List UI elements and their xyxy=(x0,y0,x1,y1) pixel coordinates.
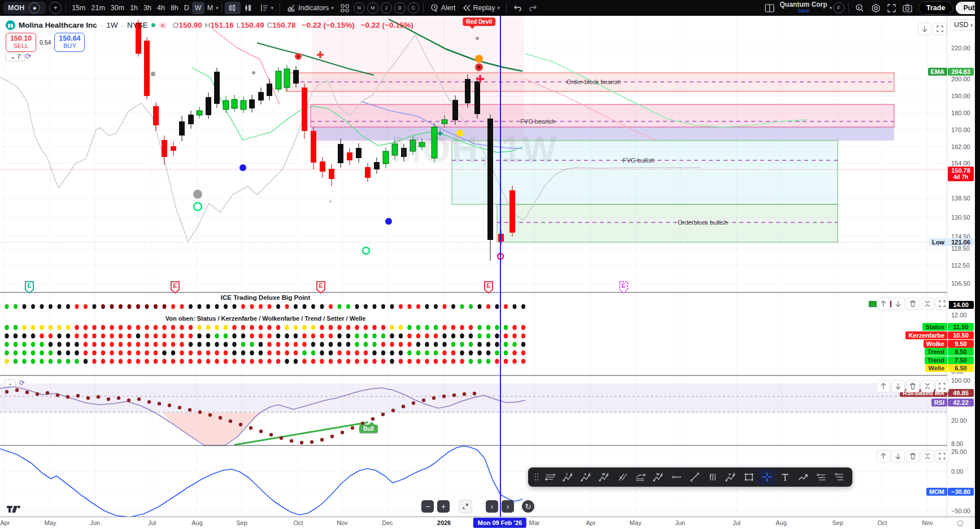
zoom-out-button[interactable]: − xyxy=(421,500,434,513)
timeframe-M[interactable]: M xyxy=(204,2,216,14)
move-pane-up-button[interactable] xyxy=(877,450,890,462)
trade-button[interactable]: Trade xyxy=(918,1,953,15)
candle[interactable] xyxy=(206,97,211,115)
long-position-tool[interactable] xyxy=(813,469,830,485)
time-label-Jul[interactable]: Jul xyxy=(733,519,741,526)
rsi-sync-icon[interactable]: ⟳ xyxy=(19,379,25,387)
object-tree-chip[interactable]: ⌄ 7 xyxy=(6,52,25,62)
delete-pane-button[interactable] xyxy=(906,450,920,462)
symbol-title[interactable]: Molina Healthcare Inc xyxy=(19,21,97,29)
restore-pane-button[interactable] xyxy=(933,23,947,35)
timeframe-15m[interactable]: 15m xyxy=(69,2,88,14)
layout-letter-N[interactable]: N xyxy=(354,2,365,14)
earnings-badge[interactable]: E xyxy=(619,281,629,296)
crosshair-tool[interactable] xyxy=(759,469,776,485)
candle[interactable] xyxy=(188,115,194,124)
indicators-button[interactable]: Indicators ▾ xyxy=(283,2,337,14)
scroll-to-recent-button[interactable] xyxy=(918,23,931,35)
earnings-badge[interactable]: E xyxy=(484,281,494,296)
time-label-Nov[interactable]: Nov xyxy=(922,519,933,526)
time-label-Aug[interactable]: Aug xyxy=(191,519,203,526)
collapse-pane-button[interactable] xyxy=(921,450,934,462)
sell-button[interactable]: 150.10 SELL xyxy=(6,33,36,52)
move-pane-up-button[interactable] xyxy=(877,298,890,310)
candle[interactable] xyxy=(144,41,150,96)
arrow-marker-tool[interactable] xyxy=(795,469,812,485)
candle[interactable] xyxy=(293,70,299,84)
text-tool-tool[interactable] xyxy=(777,469,794,485)
candle[interactable] xyxy=(171,146,176,151)
drag-handle[interactable] xyxy=(533,469,541,485)
candle[interactable] xyxy=(249,99,255,108)
undo-button[interactable] xyxy=(509,2,525,14)
screenshot-button[interactable] xyxy=(899,2,916,14)
chart-canvas[interactable] xyxy=(0,16,980,517)
timeframe-8h[interactable]: 8h xyxy=(168,2,181,14)
earnings-badge[interactable]: E xyxy=(170,281,180,296)
candle[interactable] xyxy=(311,131,316,163)
candle[interactable] xyxy=(452,100,458,120)
candle[interactable] xyxy=(465,79,471,103)
symbol-flag-icon[interactable]: ◆ xyxy=(29,2,40,14)
candle[interactable] xyxy=(509,190,515,233)
chart-style-candles-button[interactable] xyxy=(225,2,241,14)
delayed-data-icon[interactable]: ≈ xyxy=(159,22,167,29)
zoom-in-button[interactable]: + xyxy=(437,500,450,513)
settings-button[interactable] xyxy=(868,2,884,14)
move-pane-down-button[interactable] xyxy=(891,450,905,462)
timeframe-W[interactable]: W xyxy=(192,2,204,14)
red-devil-label[interactable]: Red Devil xyxy=(463,18,495,26)
parallel-channel-tool[interactable] xyxy=(542,469,559,485)
time-label-May[interactable]: May xyxy=(630,519,642,526)
time-label-Mar[interactable]: Mar xyxy=(529,519,540,526)
move-pane-down-button[interactable] xyxy=(891,298,905,310)
earnings-badge[interactable]: E xyxy=(24,281,34,296)
currency-selector[interactable]: USD ▾ xyxy=(950,19,977,30)
timeframe-1h[interactable]: 1h xyxy=(127,2,141,14)
replay-button[interactable]: Replay ▾ xyxy=(459,2,503,14)
timeframe-4h[interactable]: 4h xyxy=(154,2,168,14)
delete-pane-button[interactable] xyxy=(906,380,920,392)
collapse-pane-button[interactable] xyxy=(921,380,934,392)
candle[interactable] xyxy=(214,72,220,104)
collapsed-sidebar-strip[interactable] xyxy=(975,0,980,529)
flat-pattern-tool[interactable] xyxy=(632,469,649,485)
alert-button[interactable]: Alert xyxy=(426,2,459,14)
vertical-lines-tool[interactable] xyxy=(704,469,721,485)
short-position-tool[interactable] xyxy=(831,469,848,485)
time-label-Oct[interactable]: Oct xyxy=(877,519,887,526)
elliott-triple-combo-tool[interactable]: WZ xyxy=(650,469,667,485)
xabcd-pattern-tool[interactable]: AE xyxy=(722,469,739,485)
time-label-Sep[interactable]: Sep xyxy=(832,519,843,526)
symbol-interval[interactable]: 1W xyxy=(106,21,117,29)
time-label-Jun[interactable]: Jun xyxy=(90,519,100,526)
time-label-Aug[interactable]: Aug xyxy=(776,519,787,526)
fullscreen-button[interactable] xyxy=(884,2,899,14)
time-label-May[interactable]: May xyxy=(45,519,56,526)
maximize-pane-button[interactable] xyxy=(935,298,949,310)
account-chevron-icon[interactable]: ▾ xyxy=(830,5,833,11)
time-label-Apr[interactable]: Apr xyxy=(0,519,10,526)
trend-line-tool[interactable] xyxy=(686,469,703,485)
candle[interactable] xyxy=(241,100,246,110)
price-axis[interactable]: 220.00200.00190.00180.00170.00162.00154.… xyxy=(947,16,975,517)
time-label-Apr[interactable]: Apr xyxy=(586,519,595,526)
candle[interactable] xyxy=(267,84,272,96)
horizontal-ray-tool[interactable] xyxy=(668,469,685,485)
move-pane-up-button[interactable] xyxy=(877,380,890,392)
candle[interactable] xyxy=(197,111,202,115)
elliott-impulse-wave-tool[interactable]: 15 xyxy=(560,469,577,485)
elliott-double-combo-tool[interactable]: WY xyxy=(596,469,613,485)
scale-button[interactable] xyxy=(459,500,472,513)
trend-angle-tool[interactable] xyxy=(614,469,631,485)
candle[interactable] xyxy=(223,100,229,110)
candle[interactable] xyxy=(153,106,159,125)
rsi-collapse-chip[interactable]: ⌄ xyxy=(5,379,16,387)
candle[interactable] xyxy=(179,121,185,135)
bull-label[interactable]: Bull xyxy=(359,425,378,433)
time-label-Oct[interactable]: Oct xyxy=(293,519,303,526)
timeframe-3h[interactable]: 3h xyxy=(141,2,154,14)
collapse-pane-button[interactable] xyxy=(921,298,934,310)
candle[interactable] xyxy=(320,161,325,172)
time-label-Dec[interactable]: Dec xyxy=(382,519,393,526)
